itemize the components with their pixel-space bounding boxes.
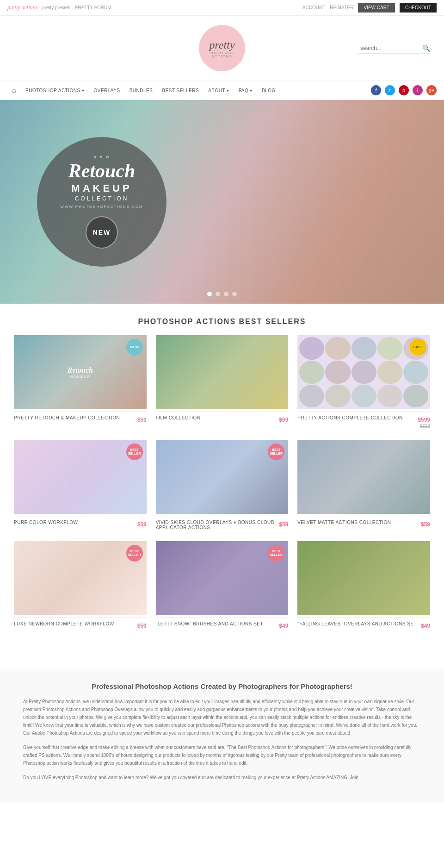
product-card-snow[interactable]: BEST SELLER "LET IT SNOW" BRUSHES AND AC… <box>156 541 289 631</box>
nav-best-sellers[interactable]: BEST SELLERS <box>157 82 204 99</box>
google-plus-icon[interactable]: g+ <box>426 85 437 95</box>
about-paragraph-3: Do you LOVE everything Photoshop and wan… <box>23 774 421 781</box>
product-badge-bestseller-vivid: BEST SELLER <box>268 443 284 460</box>
product-price-leaves: $49 <box>421 623 430 629</box>
nav-home[interactable]: ⌂ <box>7 81 21 100</box>
product-thumb-snow: BEST SELLER <box>156 541 289 615</box>
product-info-snow: "LET IT SNOW" BRUSHES AND ACTIONS SET $4… <box>156 617 289 631</box>
nav-faq[interactable]: FAQ ▾ <box>234 82 257 99</box>
hero-banner: ✿ ✾ ✿ Retouch MAKEUP COLLECTION WWW.PHOT… <box>0 100 444 304</box>
product-price-wrap-vivid: $59 <box>279 520 288 528</box>
twitter-icon[interactable]: t <box>385 85 395 95</box>
facebook-icon[interactable]: f <box>371 85 381 95</box>
pretty-presets-link[interactable]: pretty presets <box>42 5 70 10</box>
product-thumb-complete: SALE <box>297 335 430 409</box>
hero-url: WWW.PHOTOSHOPACTIONS.COM <box>60 205 143 209</box>
product-thumb-leaves <box>297 541 430 615</box>
hero-dot-4[interactable] <box>232 292 237 296</box>
brand-logo-small: pretty actions <box>7 4 37 11</box>
hero-new-badge: NEW <box>86 216 118 249</box>
product-card-film[interactable]: FILM COLLECTION $69 <box>156 335 289 431</box>
checkout-button[interactable]: CHECKOUT <box>400 3 437 12</box>
hero-title-makeup: MAKEUP <box>71 182 132 194</box>
search-input[interactable] <box>358 43 422 53</box>
nav-links: ⌂ PHOTOSHOP ACTIONS ▾ OVERLAYS BUNDLES B… <box>7 81 280 100</box>
hero-dot-2[interactable] <box>216 292 220 296</box>
nav-bundles[interactable]: BUNDLES <box>125 82 158 99</box>
product-thumb-retouch: Retouch MAKEUP NEW <box>14 335 147 409</box>
product-badge-bestseller-snow: BEST SELLER <box>268 545 284 562</box>
site-logo[interactable]: pretty PHOTOSHOP ACTIONS <box>199 25 245 71</box>
bestsellers-section: PHOTOSHOP ACTIONS BEST SELLERS Retouch M… <box>0 318 444 641</box>
nav-photoshop-actions[interactable]: PHOTOSHOP ACTIONS ▾ <box>21 82 89 99</box>
product-badge-new: NEW <box>126 339 143 356</box>
product-price-pure: $59 <box>137 521 147 528</box>
bestsellers-title: PHOTOSHOP ACTIONS BEST SELLERS <box>14 318 430 326</box>
hero-new-badge-wrap: NEW <box>86 216 118 249</box>
product-price-vivid: $59 <box>279 521 288 528</box>
product-badge-bestseller-pure: BEST SELLER <box>126 443 143 460</box>
header-search: 🔍 <box>358 43 430 54</box>
product-name-newborn: LUXE NEWBORN COMPLETE WORKFLOW <box>14 621 137 626</box>
about-title: Professional Photoshop Actions Created b… <box>23 682 421 690</box>
product-card-complete[interactable]: SALE PRETTY ACTIONS COMPLETE COLLECTION … <box>297 335 430 431</box>
account-link[interactable]: ACCOUNT <box>302 5 325 10</box>
main-nav: ⌂ PHOTOSHOP ACTIONS ▾ OVERLAYS BUNDLES B… <box>0 81 444 100</box>
product-thumb-velvet <box>297 440 430 514</box>
top-bar-right: ACCOUNT REGISTER VIEW CART CHECKOUT <box>302 3 437 12</box>
product-name-complete: PRETTY ACTIONS COMPLETE COLLECTION <box>297 415 418 420</box>
product-price-wrap-complete: $599 $629 <box>418 415 430 429</box>
product-price-snow: $49 <box>279 623 288 629</box>
product-info-vivid: VIVID SKIES CLOUD OVERLAYS + BONUS CLOUD… <box>156 516 289 532</box>
nav-blog[interactable]: BLOG <box>257 82 280 99</box>
about-section: Professional Photoshop Actions Created b… <box>0 668 444 802</box>
products-grid: Retouch MAKEUP NEW PRETTY RETOUCH & MAKE… <box>14 335 430 631</box>
product-card-pure[interactable]: BEST SELLER PURE COLOR WORKFLOW $59 <box>14 440 147 532</box>
product-price-wrap-retouch: $59 <box>137 415 147 424</box>
product-card-leaves[interactable]: "FALLING LEAVES" OVERLAYS AND ACTIONS SE… <box>297 541 430 631</box>
hero-overlay-circle: ✿ ✾ ✿ Retouch MAKEUP COLLECTION WWW.PHOT… <box>37 137 166 267</box>
product-price-complete: $599 <box>418 417 430 423</box>
product-name-vivid: VIVID SKIES CLOUD OVERLAYS + BONUS CLOUD… <box>156 520 279 530</box>
top-bar: pretty actions pretty presets PRETTY FOR… <box>0 0 444 16</box>
hero-dots <box>207 292 237 296</box>
product-name-pure: PURE COLOR WORKFLOW <box>14 520 137 525</box>
product-price-retouch: $59 <box>137 417 147 423</box>
instagram-icon[interactable]: i <box>413 85 423 95</box>
product-info-film: FILM COLLECTION $69 <box>156 411 289 425</box>
product-card-retouch[interactable]: Retouch MAKEUP NEW PRETTY RETOUCH & MAKE… <box>14 335 147 431</box>
product-card-newborn[interactable]: BEST SELLER LUXE NEWBORN COMPLETE WORKFL… <box>14 541 147 631</box>
logo-text-pretty: pretty <box>209 39 234 51</box>
register-link[interactable]: REGISTER <box>330 5 353 10</box>
product-price-wrap-pure: $59 <box>137 520 147 528</box>
product-price-wrap-film: $69 <box>279 415 288 424</box>
pinterest-icon[interactable]: p <box>399 85 409 95</box>
product-name-snow: "LET IT SNOW" BRUSHES AND ACTIONS SET <box>156 621 279 626</box>
nav-social: f t p i g+ <box>371 85 437 95</box>
product-price-original-complete: $629 <box>418 424 430 429</box>
view-cart-button[interactable]: VIEW CART <box>358 3 395 12</box>
logo-text-sub: PHOTOSHOP ACTIONS <box>199 51 245 58</box>
product-name-velvet: VELVET MATTE ACTIONS COLLECTION <box>297 520 421 525</box>
product-price-velvet: $59 <box>421 521 430 528</box>
product-info-leaves: "FALLING LEAVES" OVERLAYS AND ACTIONS SE… <box>297 617 430 631</box>
product-info-velvet: VELVET MATTE ACTIONS COLLECTION $59 <box>297 516 430 530</box>
product-thumb-vivid: BEST SELLER <box>156 440 289 514</box>
nav-about[interactable]: ABOUT ▾ <box>204 82 234 99</box>
product-name-retouch: PRETTY RETOUCH & MAKEUP COLLECTION <box>14 415 137 420</box>
product-price-film: $69 <box>279 417 288 423</box>
product-name-film: FILM COLLECTION <box>156 415 279 420</box>
product-price-wrap-velvet: $59 <box>421 520 430 528</box>
product-badge-bestseller-newborn: BEST SELLER <box>126 545 143 562</box>
nav-overlays[interactable]: OVERLAYS <box>89 82 124 99</box>
pretty-forum-link[interactable]: PRETTY FORUM <box>75 5 111 10</box>
logo-circle: pretty PHOTOSHOP ACTIONS <box>199 25 245 71</box>
hero-title-collection: COLLECTION <box>75 195 129 202</box>
product-card-velvet[interactable]: VELVET MATTE ACTIONS COLLECTION $59 <box>297 440 430 532</box>
product-card-vivid[interactable]: BEST SELLER VIVID SKIES CLOUD OVERLAYS +… <box>156 440 289 532</box>
hero-dot-1[interactable] <box>207 292 212 296</box>
search-button[interactable]: 🔍 <box>422 44 430 52</box>
hero-dot-3[interactable] <box>224 292 228 296</box>
product-thumb-film <box>156 335 289 409</box>
product-price-wrap-snow: $49 <box>279 621 288 630</box>
